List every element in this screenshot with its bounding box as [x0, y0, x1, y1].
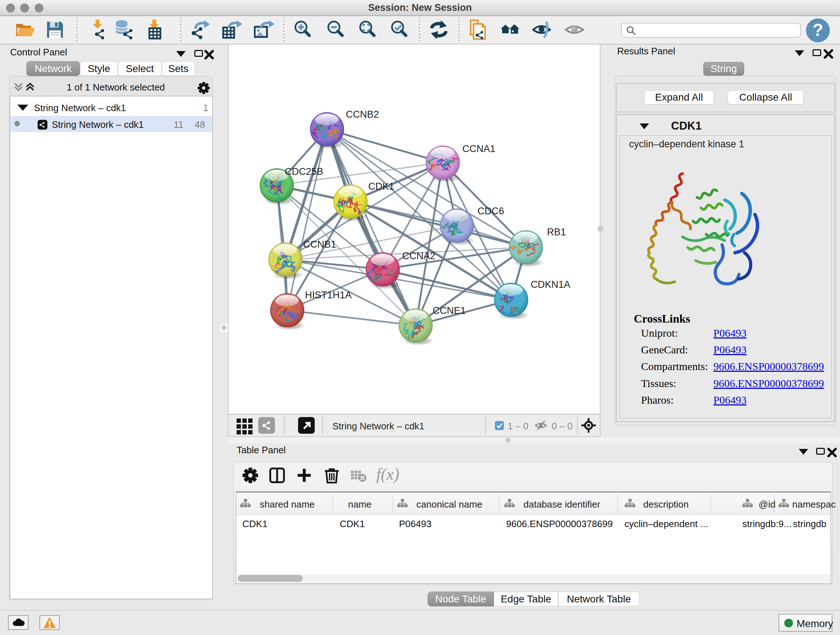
svg-text:CDC6: CDC6 [477, 206, 504, 217]
svg-text:CDKN1A: CDKN1A [531, 279, 570, 290]
svg-text:CDK1: CDK1 [368, 181, 394, 192]
svg-text:CCNB2: CCNB2 [346, 109, 379, 120]
svg-text:CCNE1: CCNE1 [433, 305, 466, 316]
svg-text:CDC25B: CDC25B [285, 166, 324, 177]
svg-text:CCNA2: CCNA2 [402, 250, 436, 261]
svg-text:CCNA1: CCNA1 [462, 143, 496, 154]
svg-text:CCNB1: CCNB1 [303, 239, 336, 250]
svg-text:HIST1H1A: HIST1H1A [305, 290, 352, 301]
svg-text:RB1: RB1 [547, 226, 566, 238]
